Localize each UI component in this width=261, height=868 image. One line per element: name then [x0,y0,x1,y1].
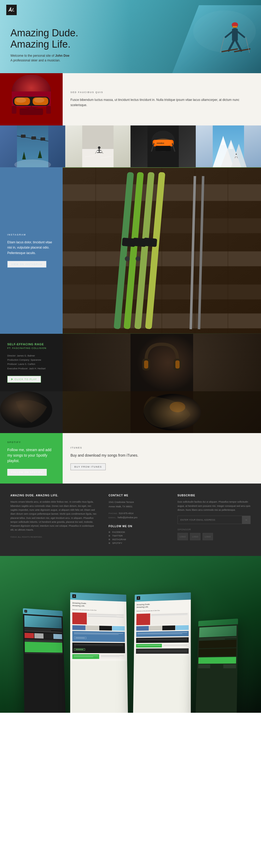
header-title: Amazing Dude. Amazing Life. [10,27,78,50]
music-photo-row [0,391,261,433]
music-title: SELF-EFFACING RAGE [7,343,55,346]
svg-rect-39 [82,125,114,149]
svg-line-10 [220,37,224,53]
footer-social-title: FOLLOW ME ON [109,525,167,528]
svg-point-40 [98,146,101,149]
svg-rect-13 [232,26,237,28]
mockup-screen-center-left: Ā Amazing Dude.Amazing Life. Welcome to … [70,592,128,713]
svg-point-20 [16,97,26,103]
itunes-label: ITUNES [71,446,253,449]
play-triangle-icon [11,378,13,380]
photo-grid: voodoo [0,125,261,167]
music-credits: Director: James G. Balmer Production Com… [7,353,55,371]
instagram-text: INSTAGRAM Etiam lacus dolor, tincidunt v… [0,167,63,334]
about-body: Fusce bibendum luctus massa, ut tincidun… [71,97,253,108]
svg-point-62 [236,154,237,155]
mockup-screen-right [195,619,238,713]
spotify-label: SPOTIFY [7,441,55,443]
contact-phone: Phone: 510-975-4914 [109,511,167,516]
social-link-twitter[interactable]: TWITTER [109,534,167,537]
about-section: SED FAUCIBUS QUIS Fusce bibendum luctus … [0,73,261,125]
mountain-svg [196,125,261,167]
ski-rack-svg [63,167,261,334]
mockup-screen-center-right: Ā Amazing Dude.Amazing Life. Welcome to … [133,592,191,713]
social-link-facebook[interactable]: FACEBOOK [109,531,167,533]
spotify-section: SPOTIFY Follow me, stream and add my son… [0,433,63,484]
svg-line-5 [238,32,244,37]
social-link-instagram[interactable]: INSTAGRAM [109,538,167,541]
site-footer: AMAZING DUDE. AMAZING LIFE. Mauris ornar… [0,484,261,556]
music-info: SELF-EFFACING RAGE FT. FASCINATING COLLI… [0,334,63,391]
footer-contact-col: CONTACT ME 1541 Creekview Terrace Annex … [109,494,167,546]
svg-text:voodoo: voodoo [157,142,164,144]
itunes-body: Buy and download my songs from iTunes. [71,453,253,458]
dark-photo-1-svg [0,391,63,433]
about-text: SED FAUCIBUS QUIS Fusce bibendum luctus … [63,73,261,125]
dark-photo-2-svg [63,391,261,433]
svg-rect-88 [130,334,193,391]
social-links: FACEBOOKTWITTERINSTAGRAMSPOTIFY [109,531,167,545]
itunes-section: ITUNES Buy and download my songs from iT… [63,433,261,484]
spotify-button[interactable]: FOLLOW ON SPOTIFY [7,469,47,476]
instagram-button[interactable]: VIEW ON INSTAGRAM [7,261,46,268]
svg-rect-29 [31,136,36,140]
mockup-screen-left: Ā [23,608,66,713]
subscribe-input-row: → [178,516,251,524]
social-link-label: TWITTER [112,534,123,537]
itunes-button[interactable]: BUY FROM ITUNES [71,463,106,470]
skier-distance-svg [65,125,130,167]
subscribe-input[interactable] [178,516,242,524]
svg-rect-30 [40,137,45,141]
music-subtitle: FT. FASCINATING COLLISION [7,347,55,349]
social-link-label: FACEBOOK [112,531,125,533]
mockup-screens: Ā [13,571,248,713]
svg-rect-91 [144,361,148,369]
social-link-label: INSTAGRAM [112,538,126,541]
footer-contact-title: CONTACT ME [109,494,167,497]
ski-lift-svg [0,125,65,167]
footer-brand-title: AMAZING DUDE. AMAZING LIFE. [10,494,98,497]
footer-copyright: ©2014. ALL RIGHTS RESERVED. [10,536,98,538]
svg-rect-24 [12,106,16,114]
photo-grid-3: voodoo [130,125,196,167]
social-dot-icon [109,531,110,533]
music-section: SELF-EFFACING RAGE FT. FASCINATING COLLI… [0,334,261,391]
footer-subscribe-col: SUBSCRIBE Duis sollicitudin facilisis du… [178,494,251,546]
sponsor-logo: LOGO [178,533,188,540]
footer-subscribe-title: SUBSCRIBE [178,494,251,497]
headphones-svg [63,334,261,391]
footer-subscribe-body: Duis sollicitudin facilisis dui ut aliqu… [178,500,251,512]
footer-brand-col: AMAZING DUDE. AMAZING LIFE. Mauris ornar… [10,494,98,546]
play-button[interactable]: CLICK TO PLAY [7,376,41,383]
sponsor-logo: LOGO [202,533,213,540]
svg-rect-3 [232,29,238,41]
social-link-spotify[interactable]: SPOTIFY [109,542,167,545]
site-header: Ā/. MENU [0,0,261,73]
sponsor-logos: LOGOLOGOLOGO [178,533,251,540]
header-content: Amazing Dude. Amazing Life. Welcome to t… [10,27,78,63]
instagram-section: INSTAGRAM Etiam lacus dolor, tincidunt v… [0,167,261,334]
about-section-label: SED FAUCIBUS QUIS [71,91,253,94]
about-photo [0,73,63,125]
photo-grid-4 [196,125,261,167]
subscribe-button[interactable]: → [242,516,250,524]
spotify-body: Follow me, stream and add my songs to yo… [7,447,55,464]
logo[interactable]: Ā/. [6,5,17,15]
helmet-svg [0,73,63,125]
svg-point-97 [170,402,185,412]
social-dot-icon [109,539,110,540]
svg-rect-28 [21,134,26,138]
logo-text: Ā/. [8,7,14,13]
instagram-photo [63,167,261,334]
contact-address: 1541 Creekview Terrace Annex Walk, TX 98… [109,500,167,508]
mockup-section: Ā [0,556,261,713]
svg-rect-82 [143,238,157,247]
photo-grid-1 [0,125,65,167]
svg-point-21 [34,97,44,103]
header-subtitle: Welcome to the personal site of John Doe… [10,53,78,63]
music-photo-main [63,334,261,391]
music-photo-left [0,391,63,433]
svg-line-4 [225,32,232,37]
svg-rect-92 [175,361,180,369]
svg-line-11 [246,37,250,53]
